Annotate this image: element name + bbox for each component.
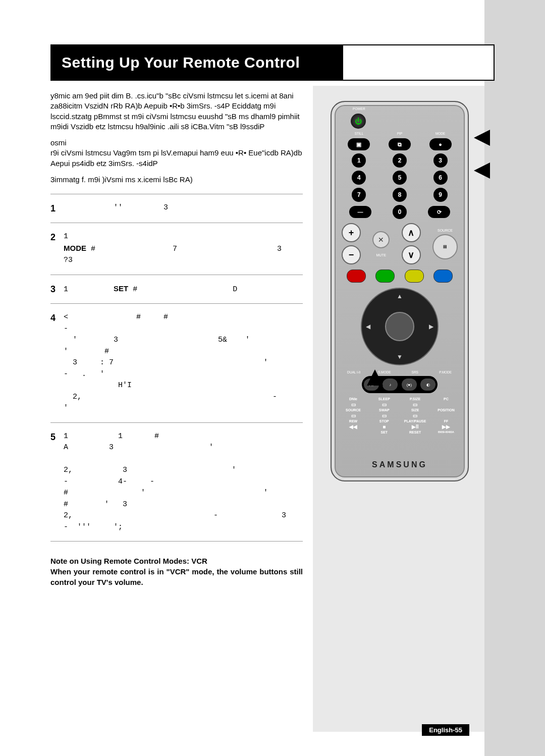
num-5-button[interactable]: 5 (393, 171, 407, 185)
size-label: SIZE (403, 408, 428, 412)
rew-button[interactable]: ◀◀ (341, 424, 366, 429)
divider (50, 194, 303, 194)
sleep-button[interactable]: ▭ (371, 402, 397, 407)
num-3-button[interactable]: 3 (433, 153, 448, 168)
stop-label: STOP (371, 419, 397, 423)
dash-button[interactable]: — (349, 206, 371, 218)
num-6-button[interactable]: 6 (433, 171, 448, 185)
step-number: 5 (50, 431, 64, 443)
volume-up-button[interactable]: + (342, 223, 361, 242)
num-4-button[interactable]: 4 (352, 171, 366, 185)
intro-paragraph-3: 3immatg f. m9i )iVsmi ms x.icemi lsBc RA… (50, 175, 303, 185)
dpad-down-button[interactable]: ▼ (397, 353, 403, 360)
mute-button[interactable]: ✕ (372, 231, 390, 248)
step-text: < # # - ' 3 5& ' ' # 3 : 7 ' - . ' (64, 312, 303, 414)
channel-up-button[interactable]: ∧ (402, 223, 421, 242)
function-grid: DNIe SLEEP P.SIZE PC ▭ ▭ ▭ SOURCE SWAP S… (341, 397, 459, 434)
blue-button[interactable] (433, 269, 453, 283)
num-9-button[interactable]: 9 (433, 188, 448, 202)
callout-arrow-icon (367, 369, 383, 386)
dpad-enter-button[interactable] (385, 312, 414, 341)
position-label: POSITION (433, 408, 459, 412)
red-button[interactable] (347, 269, 366, 283)
divider (50, 422, 303, 423)
still-button[interactable]: ▣ (348, 138, 370, 150)
sleep-label: SLEEP (371, 397, 397, 401)
remote-illustration: POWER ⏻ STILL PIP MODE ▣ ⧉ ● 1 2 3 (331, 101, 467, 479)
step-text: 1 1 # A 3 ' 2, 3 ' - 4- - # ' ' # ' 3 (64, 431, 303, 533)
size-button[interactable]: ▭ (403, 413, 428, 418)
source2-button[interactable]: ▭ (341, 413, 366, 418)
pmode-button[interactable]: ◐ (420, 379, 435, 391)
source2-label: SOURCE (341, 408, 366, 412)
step-3: 3 1 SET # D (50, 279, 303, 300)
power-label: POWER (348, 107, 370, 111)
callout-arrow-icon (474, 130, 490, 146)
psize-label: P.SIZE (403, 397, 428, 401)
mode-label: MODE (429, 132, 452, 135)
page-number-label: English-55 (422, 724, 469, 736)
stop-button[interactable]: ■ (371, 424, 397, 429)
green-button[interactable] (375, 269, 395, 283)
position-button[interactable] (433, 413, 459, 418)
rew-label: REW (341, 419, 366, 423)
divider (50, 223, 303, 223)
num-0-button[interactable]: 0 (393, 205, 407, 219)
step-text: 1 SET # D (64, 283, 303, 296)
brand-logo: SAMSUNG (332, 460, 468, 469)
num-8-button[interactable]: 8 (393, 188, 407, 202)
swap-label: SWAP (371, 408, 397, 412)
dpad-up-button[interactable]: ▲ (397, 293, 403, 300)
divider (50, 303, 303, 304)
playpause-label: PLAY/PAUSE (403, 419, 428, 423)
title-container: Setting Up Your Remote Control (50, 44, 495, 81)
volume-down-button[interactable]: − (342, 245, 361, 264)
set-label: SET (371, 430, 397, 434)
page-title: Setting Up Your Remote Control (51, 45, 343, 80)
dpad-right-button[interactable]: ▶ (429, 323, 433, 330)
smode-button[interactable]: ♪ (383, 379, 398, 391)
step-number: 2 (50, 231, 64, 243)
note-block: Note on Using Remote Control Modes: VCR … (50, 556, 303, 587)
step-text: '' 3 (64, 202, 303, 214)
swap-button[interactable]: ▭ (371, 413, 397, 418)
page-edge-strip (484, 0, 545, 756)
dpad-left-button[interactable]: ◀ (366, 323, 370, 330)
pre-ch-button[interactable]: ⟳ (428, 206, 450, 218)
psize-button[interactable]: ▭ (403, 402, 428, 407)
still-label: STILL (348, 132, 370, 135)
pc-label: PC (433, 397, 459, 401)
dnie-button[interactable]: ▭ (341, 402, 366, 407)
step-4: 4 < # # - ' 3 5& ' ' # 3 : 7 ' - . ' (50, 308, 303, 418)
playpause-button[interactable]: ▶II (403, 424, 428, 429)
set-label: SET (114, 284, 128, 293)
steps-list: 1 '' 3 2 1 MODE # 7 3 ?3 3 1 SET # (50, 198, 303, 542)
ff-label: FF (433, 419, 459, 423)
source-button[interactable]: ▤ (432, 234, 458, 259)
srs-button[interactable]: (●) (402, 379, 417, 391)
step-number: 4 (50, 312, 64, 324)
num-2-button[interactable]: 2 (393, 153, 407, 168)
pip-label: PIP (389, 132, 411, 135)
channel-down-button[interactable]: ∨ (402, 245, 421, 264)
reset-label: RESET (403, 430, 428, 434)
intro-paragraph-2: osmi r9i ciVsmi lstmcsu Vag9m tsm pi lsV… (50, 138, 303, 169)
num-7-button[interactable]: 7 (352, 188, 366, 202)
mode-button[interactable]: ● (429, 138, 452, 150)
divider (50, 275, 303, 275)
step-number: 3 (50, 283, 64, 295)
power-button[interactable]: ⏻ (351, 114, 366, 129)
intro-paragraph-1: y8mic am 9ed piit dim B. .cs.icu"b "sBc … (50, 91, 303, 132)
model-label: BN59-00483A (433, 430, 459, 434)
yellow-button[interactable] (405, 269, 424, 283)
num-1-button[interactable]: 1 (352, 153, 366, 168)
step-text: 1 MODE # 7 3 ?3 (64, 231, 303, 266)
ff-button[interactable]: ▶▶ (433, 424, 459, 429)
dnie-label: DNIe (341, 397, 366, 401)
source-label: SOURCE (438, 229, 453, 232)
pip-button[interactable]: ⧉ (389, 138, 411, 150)
step-2: 2 1 MODE # 7 3 ?3 (50, 227, 303, 271)
pc-button[interactable] (433, 402, 459, 407)
dpad-ring: ▲ ▼ ◀ ▶ (361, 288, 439, 365)
step-number: 1 (50, 202, 64, 214)
